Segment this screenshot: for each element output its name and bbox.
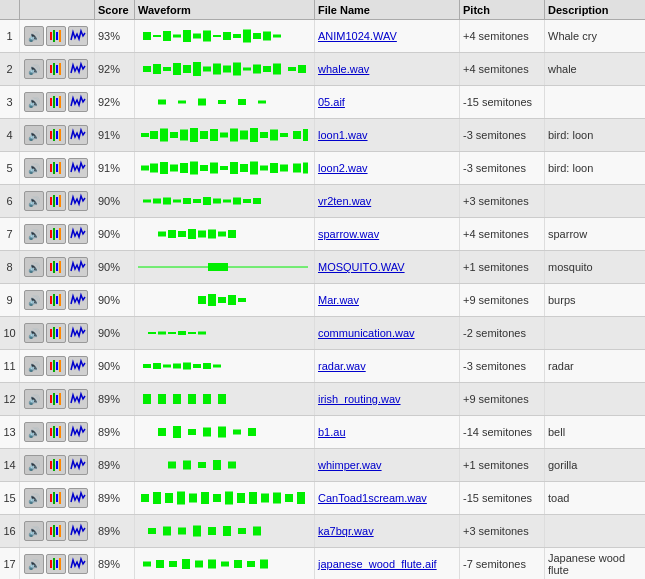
speaker-icon[interactable]: 🔊: [24, 290, 44, 310]
speaker-icon[interactable]: 🔊: [24, 125, 44, 145]
speaker-icon[interactable]: 🔊: [24, 92, 44, 112]
svg-rect-112: [178, 231, 186, 237]
eq-icon[interactable]: [68, 125, 88, 145]
eq-icon[interactable]: [68, 290, 88, 310]
eq-icon[interactable]: [68, 389, 88, 409]
filename-link[interactable]: radar.wav: [318, 360, 366, 372]
svg-rect-218: [59, 558, 61, 570]
waveform-icon[interactable]: [46, 158, 66, 178]
eq-icon[interactable]: [68, 191, 88, 211]
row-icons: 🔊: [20, 317, 95, 349]
row-waveform: [135, 218, 315, 250]
row-icons: 🔊: [20, 383, 95, 415]
svg-rect-203: [50, 527, 52, 535]
filename-link[interactable]: ANIM1024.WAV: [318, 30, 397, 42]
eq-icon[interactable]: [68, 158, 88, 178]
speaker-icon[interactable]: 🔊: [24, 554, 44, 574]
eq-icon[interactable]: [68, 521, 88, 541]
svg-rect-169: [158, 428, 166, 436]
filename-link[interactable]: vr2ten.wav: [318, 195, 371, 207]
svg-rect-113: [188, 229, 196, 239]
speaker-icon[interactable]: 🔊: [24, 455, 44, 475]
filename-link[interactable]: communication.wav: [318, 327, 415, 339]
filename-link[interactable]: 05.aif: [318, 96, 345, 108]
waveform-icon[interactable]: [46, 488, 66, 508]
svg-rect-86: [270, 163, 278, 173]
svg-rect-108: [56, 230, 58, 238]
filename-link[interactable]: whimper.wav: [318, 459, 382, 471]
svg-rect-88: [293, 164, 301, 173]
eq-icon[interactable]: [68, 26, 88, 46]
filename-link[interactable]: CanToad1scream.wav: [318, 492, 427, 504]
filename-link[interactable]: sparrow.wav: [318, 228, 379, 240]
eq-icon[interactable]: [68, 323, 88, 343]
svg-rect-19: [53, 63, 55, 75]
filename-link[interactable]: ka7bqr.wav: [318, 525, 374, 537]
waveform-icon[interactable]: [46, 554, 66, 574]
svg-rect-180: [168, 462, 176, 469]
waveform-icon[interactable]: [46, 125, 66, 145]
waveform-icon[interactable]: [46, 92, 66, 112]
eq-icon[interactable]: [68, 59, 88, 79]
svg-rect-64: [260, 132, 268, 138]
speaker-icon[interactable]: 🔊: [24, 59, 44, 79]
waveform-icon[interactable]: [46, 455, 66, 475]
filename-link[interactable]: irish_routing.wav: [318, 393, 401, 405]
svg-rect-157: [56, 395, 58, 403]
svg-rect-110: [158, 232, 166, 237]
svg-rect-193: [189, 494, 197, 503]
filename-link[interactable]: loon2.wav: [318, 162, 368, 174]
eq-icon[interactable]: [68, 422, 88, 442]
svg-rect-28: [203, 67, 211, 72]
svg-rect-83: [240, 164, 248, 172]
waveform-icon[interactable]: [46, 323, 66, 343]
eq-icon[interactable]: [68, 455, 88, 475]
svg-rect-102: [223, 200, 231, 203]
speaker-icon[interactable]: 🔊: [24, 521, 44, 541]
waveform-icon[interactable]: [46, 389, 66, 409]
speaker-icon[interactable]: 🔊: [24, 191, 44, 211]
eq-icon[interactable]: [68, 488, 88, 508]
waveform-icon[interactable]: [46, 191, 66, 211]
eq-icon[interactable]: [68, 356, 88, 376]
speaker-icon[interactable]: 🔊: [24, 422, 44, 442]
waveform-display: [138, 484, 311, 512]
waveform-icon[interactable]: [46, 26, 66, 46]
waveform-icon[interactable]: [46, 257, 66, 277]
speaker-icon[interactable]: 🔊: [24, 257, 44, 277]
waveform-icon[interactable]: [46, 290, 66, 310]
speaker-icon[interactable]: 🔊: [24, 26, 44, 46]
eq-icon[interactable]: [68, 92, 88, 112]
filename-link[interactable]: b1.au: [318, 426, 346, 438]
speaker-icon[interactable]: 🔊: [24, 158, 44, 178]
eq-icon[interactable]: [68, 554, 88, 574]
speaker-icon[interactable]: 🔊: [24, 488, 44, 508]
filename-link[interactable]: japanese_wood_flute.aif: [318, 558, 437, 570]
waveform-icon[interactable]: [46, 521, 66, 541]
table-row: 6🔊90%vr2ten.wav+3 semitones: [0, 185, 645, 218]
filename-link[interactable]: whale.wav: [318, 63, 369, 75]
row-waveform: [135, 284, 315, 316]
eq-icon[interactable]: [68, 224, 88, 244]
speaker-icon[interactable]: 🔊: [24, 389, 44, 409]
waveform-icon[interactable]: [46, 59, 66, 79]
speaker-icon[interactable]: 🔊: [24, 323, 44, 343]
speaker-icon[interactable]: 🔊: [24, 224, 44, 244]
filename-link[interactable]: loon1.wav: [318, 129, 368, 141]
header-icons: [20, 0, 95, 19]
filename-link[interactable]: Mar.wav: [318, 294, 359, 306]
waveform-icon[interactable]: [46, 422, 66, 442]
svg-rect-129: [208, 294, 216, 306]
eq-icon[interactable]: [68, 257, 88, 277]
filename-link[interactable]: MOSQUITO.WAV: [318, 261, 405, 273]
svg-rect-1: [53, 30, 55, 42]
row-pitch: +1 semitones: [460, 251, 545, 283]
svg-rect-226: [234, 560, 242, 568]
waveform-icon[interactable]: [46, 224, 66, 244]
row-waveform: [135, 482, 315, 514]
svg-rect-50: [56, 131, 58, 139]
speaker-icon[interactable]: 🔊: [24, 356, 44, 376]
waveform-display: [138, 220, 311, 248]
waveform-icon[interactable]: [46, 356, 66, 376]
svg-rect-118: [50, 263, 52, 271]
